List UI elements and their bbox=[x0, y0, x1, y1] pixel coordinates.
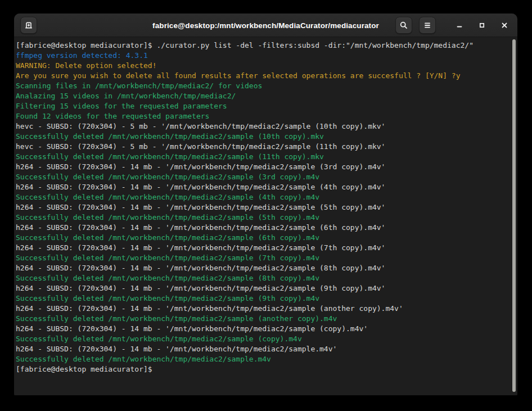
terminal-line: h264 - SUBSD: (720x304) - 14 mb - '/mnt/… bbox=[16, 223, 510, 233]
search-icon bbox=[399, 21, 408, 30]
terminal-line: h264 - SUBSD: (720x304) - 14 mb - '/mnt/… bbox=[16, 182, 510, 192]
terminal-line: Successfully deleted /mnt/workbench/tmp/… bbox=[16, 213, 510, 223]
terminal-line: hevc - SUBSD: (720x304) - 5 mb - '/mnt/w… bbox=[16, 121, 510, 132]
new-tab-button[interactable] bbox=[20, 17, 37, 34]
maximize-button[interactable] bbox=[475, 19, 489, 32]
terminal-line: Analazing 15 videos in /mnt/workbench/tm… bbox=[16, 91, 510, 101]
terminal-line: Successfully deleted /mnt/workbench/tmp/… bbox=[16, 314, 510, 324]
terminal-line: h264 - SUBSD: (720x304) - 14 mb - '/mnt/… bbox=[16, 263, 510, 273]
terminal-line: h264 - SUBSD: (720x304) - 14 mb - '/mnt/… bbox=[16, 344, 510, 354]
terminal-line: Successfully deleted /mnt/workbench/tmp/… bbox=[16, 233, 510, 243]
terminal-line: ffmpeg version detected: 4.3.1 bbox=[16, 51, 510, 61]
terminal-line: Filtering 15 videos for the requested pa… bbox=[16, 101, 510, 111]
terminal-line: Found 12 videos for the requested parame… bbox=[16, 111, 510, 121]
terminal-line: h264 - SUBSD: (720x304) - 14 mb - '/mnt/… bbox=[16, 304, 510, 314]
close-button[interactable] bbox=[498, 19, 511, 32]
menu-button[interactable] bbox=[419, 17, 436, 34]
maximize-icon bbox=[477, 21, 486, 30]
new-tab-icon bbox=[24, 21, 33, 30]
terminal-line: h264 - SUBSD: (720x304) - 14 mb - '/mnt/… bbox=[16, 243, 510, 253]
scrollbar bbox=[512, 39, 516, 392]
hamburger-menu-icon bbox=[423, 21, 432, 30]
terminal-line: Successfully deleted /mnt/workbench/tmp/… bbox=[16, 172, 510, 182]
terminal-line: h264 - SUBSD: (720x304) - 14 mb - '/mnt/… bbox=[16, 324, 510, 334]
terminal-line: h264 - SUBSD: (720x304) - 14 mb - '/mnt/… bbox=[16, 202, 510, 213]
terminal-line: Successfully deleted /mnt/workbench/tmp/… bbox=[16, 293, 510, 304]
terminal-line: hevc - SUBSD: (720x304) - 5 mb - '/mnt/w… bbox=[16, 142, 510, 152]
terminal-line: Are you sure you wish to delete all foun… bbox=[16, 71, 510, 81]
terminal-line: Successfully deleted /mnt/workbench/tmp/… bbox=[16, 253, 510, 263]
terminal-line: WARNING: Delete option selected! bbox=[16, 61, 510, 71]
close-icon bbox=[500, 21, 509, 30]
search-button[interactable] bbox=[395, 17, 412, 34]
terminal-output[interactable]: [fabrice@desktop mediacurator]$ ./curato… bbox=[14, 37, 517, 395]
terminal-line: Successfully deleted /mnt/workbench/tmp/… bbox=[16, 273, 510, 283]
desktop-background: fabrice@desktop:/mnt/workbench/MediaCura… bbox=[0, 0, 532, 411]
titlebar-right-controls bbox=[395, 17, 511, 34]
scrollbar-thumb[interactable] bbox=[512, 39, 516, 392]
terminal-line: Successfully deleted /mnt/workbench/tmp/… bbox=[16, 354, 510, 364]
terminal-line: Successfully deleted /mnt/workbench/tmp/… bbox=[16, 132, 510, 142]
terminal-line: h264 - SUBSD: (720x304) - 14 mb - '/mnt/… bbox=[16, 283, 510, 293]
terminal-line: Successfully deleted /mnt/workbench/tmp/… bbox=[16, 192, 510, 202]
terminal-line: Scanning files in /mnt/workbench/tmp/med… bbox=[16, 81, 510, 91]
window-controls bbox=[453, 19, 511, 32]
terminal-line: [fabrice@desktop mediacurator]$ bbox=[16, 364, 510, 374]
terminal-line: h264 - SUBSD: (720x304) - 14 mb - '/mnt/… bbox=[16, 162, 510, 172]
titlebar[interactable]: fabrice@desktop:/mnt/workbench/MediaCura… bbox=[14, 13, 517, 37]
terminal-line: Successfully deleted /mnt/workbench/tmp/… bbox=[16, 152, 510, 162]
minimize-icon bbox=[455, 21, 464, 30]
terminal-window: fabrice@desktop:/mnt/workbench/MediaCura… bbox=[14, 13, 517, 395]
terminal-line: [fabrice@desktop mediacurator]$ ./curato… bbox=[16, 40, 510, 51]
window-title: fabrice@desktop:/mnt/workbench/MediaCura… bbox=[152, 21, 379, 29]
terminal-line: Successfully deleted /mnt/workbench/tmp/… bbox=[16, 334, 510, 344]
minimize-button[interactable] bbox=[453, 19, 466, 32]
